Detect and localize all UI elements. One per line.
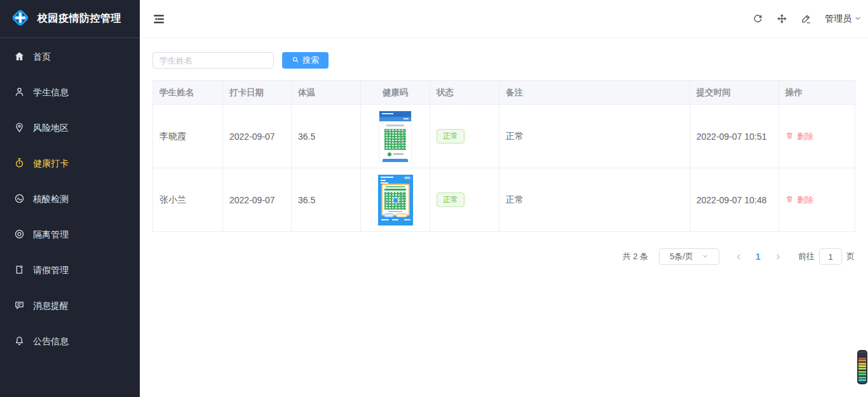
search-button-label: 搜索 xyxy=(302,55,319,66)
cell-submit-time: 2022-09-07 10:51 xyxy=(690,105,779,168)
page-content: 搜索 学生姓名 打卡日期 体温 健康码 状态 备注 提交时间 操作 xyxy=(140,38,868,265)
sidebar-item-label: 健康打卡 xyxy=(33,158,69,170)
pagination-total: 共 2 条 xyxy=(623,251,648,262)
cell-actions: 删除 xyxy=(779,105,855,168)
chevron-down-icon xyxy=(702,252,709,262)
hc-app-header xyxy=(379,111,411,117)
qr-code xyxy=(384,129,406,150)
sidebar-item-risk-area[interactable]: 风险地区 xyxy=(0,111,140,146)
topbar: 管理员 xyxy=(140,0,868,38)
topbar-actions: 管理员 xyxy=(752,13,862,25)
sidebar-item-label: 首页 xyxy=(33,51,51,63)
home-icon xyxy=(14,51,25,64)
table-row: 张小兰 2022-09-07 36.5 xyxy=(153,168,855,232)
sidebar-item-student-info[interactable]: 学生信息 xyxy=(0,75,140,111)
goto-label: 前往 xyxy=(798,251,815,262)
col-submit-time: 提交时间 xyxy=(690,81,779,105)
prev-page-button[interactable] xyxy=(728,248,749,265)
sidebar-item-label: 公告信息 xyxy=(33,336,69,347)
health-code-image[interactable] xyxy=(379,111,411,162)
search-toolbar: 搜索 xyxy=(153,52,855,69)
cell-remark: 正常 xyxy=(499,168,690,232)
sidebar-item-nucleic-test[interactable]: 核酸检测 xyxy=(0,182,140,217)
user-label: 管理员 xyxy=(825,13,851,25)
main-area: 管理员 搜索 学生姓名 打卡日期 体温 健康码 xyxy=(140,0,868,397)
next-page-button[interactable] xyxy=(768,248,788,265)
goto-page-input[interactable] xyxy=(819,248,842,265)
app-logo-row: 校园疫情防控管理 xyxy=(0,0,140,38)
cell-student-name: 张小兰 xyxy=(153,168,223,232)
app-title: 校园疫情防控管理 xyxy=(37,12,121,25)
hc-app-header xyxy=(378,175,413,184)
delete-button[interactable]: 删除 xyxy=(785,194,813,206)
page-size-select[interactable]: 5条/页 xyxy=(659,248,719,265)
col-actions: 操作 xyxy=(779,81,855,105)
sidebar-item-label: 风险地区 xyxy=(33,123,69,134)
cell-checkin-date: 2022-09-07 xyxy=(223,168,292,232)
location-pin-icon xyxy=(14,122,25,135)
cell-temperature: 36.5 xyxy=(292,105,361,168)
nucleic-test-icon xyxy=(14,193,25,206)
search-button[interactable]: 搜索 xyxy=(282,52,329,69)
sidebar-item-isolation[interactable]: 隔离管理 xyxy=(0,217,140,253)
refresh-icon[interactable] xyxy=(752,13,763,24)
cell-status: 正常 xyxy=(430,105,499,168)
status-badge: 正常 xyxy=(437,129,465,144)
pagination: 共 2 条 5条/页 1 前往 页 xyxy=(153,248,855,265)
user-menu[interactable]: 管理员 xyxy=(825,13,862,25)
page-size-value: 5条/页 xyxy=(670,251,693,262)
sidebar-item-health-checkin[interactable]: 健康打卡 xyxy=(0,146,140,182)
hc-blue-button xyxy=(383,159,408,162)
goto-unit-label: 页 xyxy=(846,251,855,262)
cell-student-name: 李晓霞 xyxy=(153,105,223,168)
cell-status: 正常 xyxy=(430,168,499,232)
page-number-1[interactable]: 1 xyxy=(749,252,768,262)
move-icon[interactable] xyxy=(776,13,787,24)
col-temperature: 体温 xyxy=(292,81,361,105)
status-badge: 正常 xyxy=(437,192,465,207)
hc-code-card xyxy=(381,184,410,216)
cell-temperature: 36.5 xyxy=(292,168,361,232)
col-status: 状态 xyxy=(430,81,499,105)
delete-label: 删除 xyxy=(797,131,813,142)
sidebar-item-label: 请假管理 xyxy=(33,265,69,276)
sidebar-menu: 首页 学生信息 风险地区 健康打卡 核酸检测 隔离管理 请假管理 消息提醒 xyxy=(0,38,140,360)
bell-icon xyxy=(14,335,25,348)
sidebar-item-label: 消息提醒 xyxy=(33,300,69,312)
sidebar-collapse-icon[interactable] xyxy=(153,13,165,25)
sidebar: 校园疫情防控管理 首页 学生信息 风险地区 健康打卡 核酸检测 隔离管理 xyxy=(0,0,140,397)
cell-health-code xyxy=(361,168,430,232)
medical-cross-diamond-icon xyxy=(10,7,31,31)
sidebar-item-messages[interactable]: 消息提醒 xyxy=(0,288,140,324)
search-input[interactable] xyxy=(153,52,274,69)
table-header-row: 学生姓名 打卡日期 体温 健康码 状态 备注 提交时间 操作 xyxy=(153,81,855,105)
sidebar-item-announcements[interactable]: 公告信息 xyxy=(0,324,140,360)
health-code-image[interactable] xyxy=(378,175,413,225)
table-row: 李晓霞 2022-09-07 36.5 xyxy=(153,105,855,168)
hc-sub-header xyxy=(379,117,411,121)
cell-remark: 正常 xyxy=(499,105,690,168)
cell-actions: 删除 xyxy=(779,168,855,232)
col-checkin-date: 打卡日期 xyxy=(223,81,292,105)
stopwatch-icon xyxy=(14,158,25,170)
trash-icon xyxy=(785,195,794,205)
sidebar-item-leave[interactable]: 请假管理 xyxy=(0,253,140,288)
delete-label: 删除 xyxy=(797,194,813,206)
color-strip-widget[interactable] xyxy=(857,350,867,384)
sidebar-item-home[interactable]: 首页 xyxy=(0,39,140,75)
message-icon xyxy=(14,300,25,313)
health-checkin-table: 学生姓名 打卡日期 体温 健康码 状态 备注 提交时间 操作 李晓霞 2022-… xyxy=(153,80,855,232)
edit-pen-icon[interactable] xyxy=(801,13,811,24)
goto-page: 前往 页 xyxy=(798,248,855,265)
qr-code xyxy=(384,192,406,210)
sidebar-item-label: 学生信息 xyxy=(33,87,69,98)
hc-footer xyxy=(378,216,413,224)
user-icon xyxy=(14,86,25,99)
delete-button[interactable]: 删除 xyxy=(785,131,813,142)
leave-form-icon xyxy=(14,264,25,277)
cell-health-code xyxy=(361,105,430,168)
col-remark: 备注 xyxy=(499,81,690,105)
col-student-name: 学生姓名 xyxy=(153,81,223,105)
search-icon xyxy=(292,56,299,65)
col-health-code: 健康码 xyxy=(361,81,430,105)
